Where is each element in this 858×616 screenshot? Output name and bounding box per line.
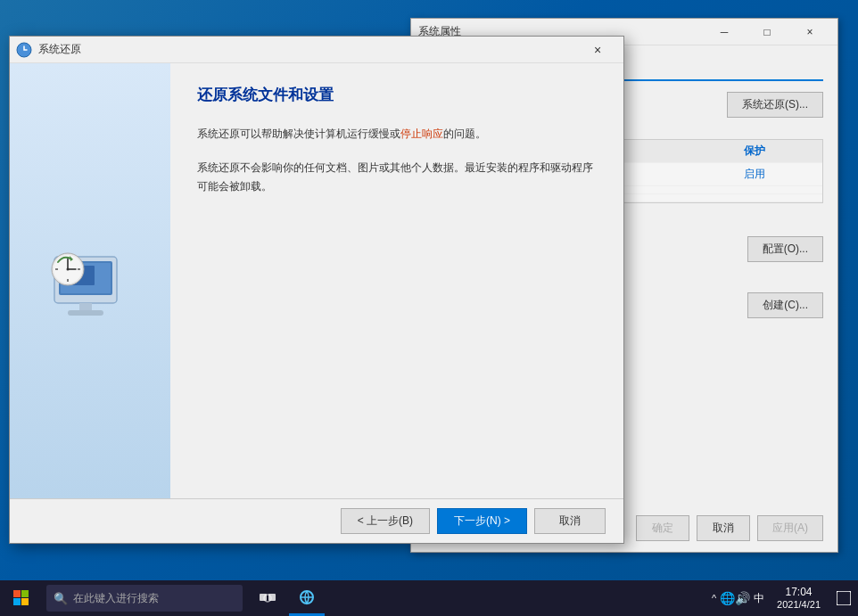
bg-apply-button[interactable]: 应用(A): [757, 515, 823, 541]
taskbar-tray: ^ 🌐 🔊 中 17:04 2021/4/21: [708, 580, 858, 616]
notification-icon: [837, 591, 851, 605]
task-view-icon: [259, 589, 276, 607]
wizard-body: 还原系统文件和设置 系统还原可以帮助解决使计算机运行缓慢或停止响应的问题。 系统…: [10, 63, 623, 498]
notification-button[interactable]: [829, 580, 858, 616]
tray-volume-icon[interactable]: 🔊: [735, 591, 750, 605]
system-restore-wizard: 系统还原 ×: [9, 36, 624, 544]
svg-rect-6: [68, 310, 103, 316]
taskbar-search-bar[interactable]: 🔍 在此键入进行搜索: [46, 585, 243, 612]
bg-bottom-buttons: 确定 取消 应用(A): [636, 515, 823, 541]
taskbar-date: 2021/4/21: [777, 599, 821, 611]
bg-system-restore-button[interactable]: 系统还原(S)...: [727, 92, 823, 118]
svg-rect-17: [13, 590, 21, 597]
wizard-desc2: 系统还原不会影响你的任何文档、图片或其他个人数据。最近安装的程序和驱动程序可能会…: [197, 159, 597, 195]
tray-lang-label[interactable]: 中: [750, 591, 768, 606]
wizard-cancel-button[interactable]: 取消: [534, 508, 606, 534]
bg-ok-button[interactable]: 确定: [636, 515, 689, 541]
bg-prot-status-header: 保护: [744, 144, 815, 159]
wizard-titlebar: 系统还原 ×: [10, 37, 623, 63]
network-app-button[interactable]: [289, 580, 325, 616]
restore-small-icon: [16, 42, 32, 58]
wizard-back-button[interactable]: < 上一步(B): [341, 508, 430, 534]
task-view-button[interactable]: [250, 580, 285, 616]
wizard-desc1-text: 系统还原可以帮助解决使计算机运行缓慢或: [197, 127, 400, 140]
windows-logo-icon: [13, 590, 29, 606]
bg-cancel-button[interactable]: 取消: [697, 515, 750, 541]
network-icon: [298, 588, 316, 606]
wizard-desc2-part1: 系统还原不会影响你的任何文档、图片或其他个人数据。最近安装的程序和: [197, 161, 550, 174]
bg-close-button[interactable]: ×: [789, 19, 830, 45]
taskbar-hour: 17:04: [786, 586, 813, 598]
start-button[interactable]: [0, 580, 43, 616]
wizard-close-button[interactable]: ×: [577, 37, 618, 63]
svg-rect-20: [21, 598, 29, 605]
taskbar-time[interactable]: 17:04 2021/4/21: [768, 580, 829, 616]
wizard-desc1-end: 的问题。: [443, 127, 486, 140]
taskbar-apps: [250, 580, 325, 616]
tray-network-icon[interactable]: 🌐: [720, 591, 735, 605]
wizard-desc1-highlight: 停止响应: [400, 127, 443, 140]
wizard-next-button[interactable]: 下一步(N) >: [437, 508, 527, 534]
taskbar: 🔍 在此键入进行搜索: [0, 580, 858, 616]
wizard-desc1: 系统还原可以帮助解决使计算机运行缓慢或停止响应的问题。: [197, 125, 597, 143]
svg-rect-26: [837, 591, 851, 605]
wizard-title: 系统还原: [38, 42, 577, 57]
svg-rect-19: [13, 598, 21, 605]
bg-minimize-button[interactable]: ─: [704, 19, 745, 45]
bg-window-controls: ─ □ ×: [704, 19, 830, 45]
tray-chevron[interactable]: ^: [708, 593, 720, 604]
tray-chevron-icon: ^: [712, 593, 716, 604]
svg-rect-18: [21, 590, 29, 597]
desktop: 系统属性 ─ □ × 远程 统更改。 系统还原(S)... 保护: [0, 0, 858, 616]
bg-maximize-button[interactable]: □: [747, 19, 788, 45]
bg-create-button[interactable]: 创建(C)...: [747, 292, 823, 318]
wizard-title-icon: [15, 41, 33, 59]
wizard-footer: < 上一步(B) 下一步(N) > 取消: [10, 498, 623, 543]
bg-prot-enabled: 启用: [744, 167, 815, 182]
wizard-heading: 还原系统文件和设置: [197, 85, 597, 105]
wizard-right-panel: 还原系统文件和设置 系统还原可以帮助解决使计算机运行缓慢或停止响应的问题。 系统…: [170, 63, 623, 498]
wizard-left-panel: [10, 63, 170, 498]
taskbar-search-text: 在此键入进行搜索: [73, 591, 159, 606]
svg-point-15: [67, 268, 70, 271]
svg-rect-5: [79, 303, 92, 310]
wizard-illustration: [37, 232, 144, 330]
bg-config-button[interactable]: 配置(O)...: [747, 236, 823, 262]
search-icon: 🔍: [54, 592, 68, 605]
